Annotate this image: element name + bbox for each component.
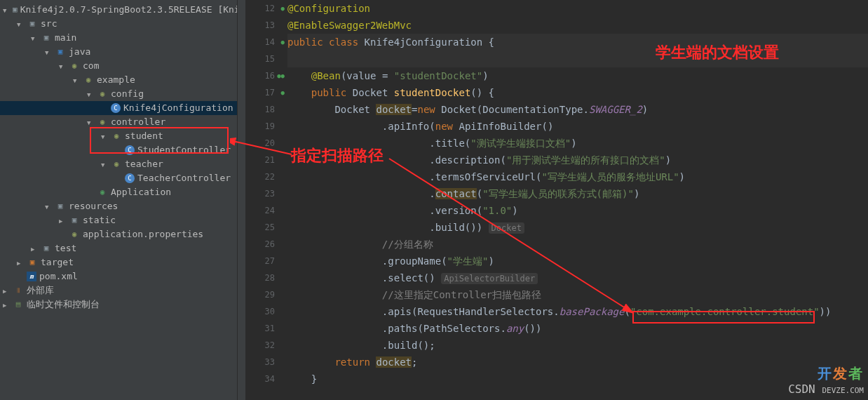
tree-knife4jconfig[interactable]: CKnife4jConfiguration [0,101,237,115]
code-line: .groupName("学生端") [287,253,868,269]
tree-appprops[interactable]: ◉application.properties [0,227,237,241]
project-tree: ▣Knife4j2.0.7-SpringBoot2.3.5RELEASE [Kn… [0,0,237,400]
code-line [287,51,868,67]
tree-tempfiles[interactable]: ▤临时文件和控制台 [0,298,237,312]
code-line: .paths(PathSelectors.any()) [287,320,868,337]
tree-studentcontroller[interactable]: CStudentController [0,143,237,157]
code-line: .version("1.0") [287,202,868,219]
annotation-docsettings: 学生端的文档设置 [656,42,779,63]
code-line: @Bean(value = "studentDocket") [287,67,868,84]
line-gutter: 12●1314●1516●●17●18192021222324252627282… [245,0,287,400]
code-line: //这里指定Controller扫描包路径 [287,286,868,303]
tree-static[interactable]: ▣static [0,213,237,227]
tree-java[interactable]: ▣java [0,45,237,59]
code-line: } [287,371,868,387]
tree-src[interactable]: ▣src [0,17,237,31]
annotation-scanpath: 指定扫描路径 [291,145,384,166]
tree-test[interactable]: ▣test [0,241,237,255]
tree-controller[interactable]: ◉controller [0,115,237,129]
code-line: @EnableSwagger2WebMvc [287,17,868,34]
tree-main[interactable]: ▣main [0,31,237,45]
code-line: .apiInfo(new ApiInfoBuilder() [287,118,868,135]
tree-target[interactable]: ▣target [0,255,237,269]
tree-config[interactable]: ◉config [0,87,237,101]
code-line: .select() ApiSelectorBuilder [287,269,868,286]
code-line: .apis(RequestHandlerSelectors.basePackag… [287,303,868,320]
tree-teacher[interactable]: ◉teacher [0,157,237,171]
code-line: .build(); [287,337,868,354]
code-line: Docket docket=new Docket(DocumentationTy… [287,101,868,118]
tree-pom[interactable]: mpom.xml [0,269,237,284]
watermark-csdn: CSDN DEVZE.COM [788,382,864,396]
code-line: .build()) Docket [287,219,868,236]
tree-teachercontroller[interactable]: CTeacherController [0,171,237,185]
tree-com[interactable]: ◉com [0,59,237,73]
code-line: @Configuration [287,0,868,17]
tree-extlib[interactable]: ⫴外部库 [0,284,237,298]
tree-resources[interactable]: ▣resources [0,199,237,213]
code-line: public Docket studentDocket() { [287,84,868,101]
code-line: return docket; [287,354,868,371]
tree-student[interactable]: ◉student [0,129,237,143]
tree-application[interactable]: ◉Application [0,185,237,199]
code-line: .termsOfServiceUrl("写学生端人员的服务地址URL") [287,168,868,185]
watermark-devze: 开发者 [818,364,864,383]
code-area[interactable]: @Configuration @EnableSwagger2WebMvc pub… [287,0,868,400]
tree-root[interactable]: ▣Knife4j2.0.7-SpringBoot2.3.5RELEASE [Kn… [0,3,237,17]
code-line: .contact("写学生端人员的联系方式(邮箱)") [287,185,868,202]
code-line: public class Knife4jConfiguration { [287,34,868,51]
code-line: //分组名称 [287,236,868,253]
tree-example[interactable]: ◉example [0,73,237,87]
